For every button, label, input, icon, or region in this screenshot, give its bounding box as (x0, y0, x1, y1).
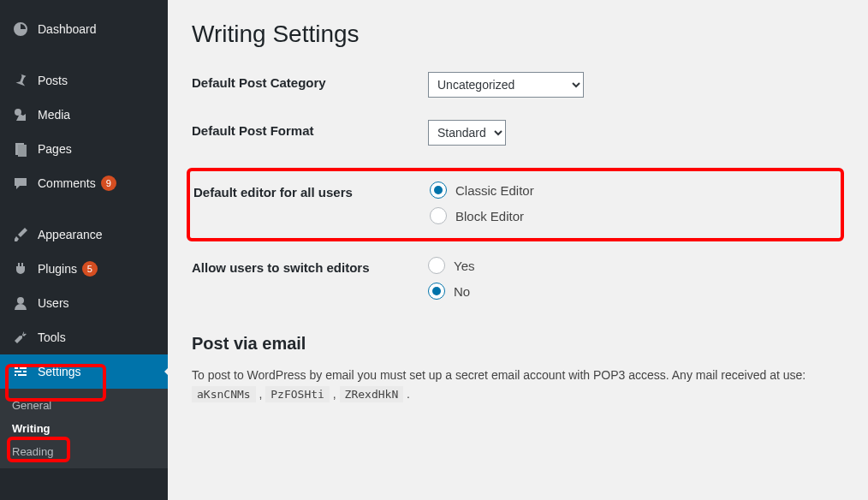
sidebar-label: Pages (38, 142, 72, 156)
radio-icon (428, 257, 445, 274)
row-post-format: Default Post Format Standard (192, 120, 844, 146)
pages-icon (12, 140, 29, 158)
label-post-category: Default Post Category (192, 72, 428, 90)
email-code-3: ZRexdHkN (340, 386, 404, 402)
page-title: Writing Settings (192, 21, 844, 48)
row-allow-switch: Allow users to switch editors Yes No (192, 257, 844, 308)
label-default-editor: Default editor for all users (193, 182, 430, 199)
sidebar-item-pages[interactable]: Pages (0, 132, 168, 166)
post-via-email-description: To post to WordPress by email you must s… (192, 366, 844, 404)
sidebar-item-users[interactable]: Users (0, 286, 168, 320)
sidebar-label: Appearance (38, 228, 103, 241)
sidebar-item-tools[interactable]: Tools (0, 320, 168, 354)
radio-icon (430, 207, 447, 224)
sidebar-item-plugins[interactable]: Plugins 5 (0, 252, 168, 286)
sidebar-label: Users (38, 296, 69, 310)
sidebar-item-dashboard[interactable]: Dashboard (0, 12, 168, 46)
select-post-category[interactable]: Uncategorized (428, 72, 584, 98)
sidebar-label: Comments (38, 176, 96, 190)
email-code-1: aKsnCNMs (192, 386, 256, 402)
main-content: Writing Settings Default Post Category U… (168, 0, 868, 500)
sidebar-item-comments[interactable]: Comments 9 (0, 166, 168, 200)
radio-label: Block Editor (455, 209, 524, 223)
radio-block-editor[interactable]: Block Editor (430, 207, 834, 224)
sliders-icon (12, 363, 29, 380)
user-icon (12, 295, 29, 312)
sidebar-item-posts[interactable]: Posts (0, 63, 168, 98)
dashboard-icon (12, 21, 29, 38)
label-allow-switch: Allow users to switch editors (192, 257, 428, 275)
radio-classic-editor[interactable]: Classic Editor (430, 182, 834, 199)
label-post-format: Default Post Format (192, 120, 428, 138)
plugins-badge: 5 (82, 261, 98, 277)
active-arrow-icon (164, 363, 173, 380)
radio-switch-no[interactable]: No (428, 283, 844, 300)
select-post-format[interactable]: Standard (428, 120, 506, 146)
submenu-item-general[interactable]: General (0, 394, 168, 417)
submenu-item-writing[interactable]: Writing (0, 417, 168, 440)
wrench-icon (12, 329, 29, 346)
radio-icon (428, 283, 445, 300)
row-post-category: Default Post Category Uncategorized (192, 72, 844, 98)
brush-icon (12, 226, 29, 243)
sidebar-item-settings[interactable]: Settings (0, 354, 168, 389)
media-icon (12, 106, 29, 123)
radio-label: No (454, 284, 470, 299)
highlight-default-editor: Default editor for all users Classic Edi… (187, 168, 844, 241)
settings-submenu: General Writing Reading (0, 389, 168, 468)
pin-icon (12, 72, 29, 89)
sidebar-label: Media (38, 108, 70, 122)
comments-badge: 9 (101, 176, 116, 191)
sidebar-label: Dashboard (38, 22, 97, 36)
email-code-2: PzFOSHti (265, 386, 330, 402)
radio-switch-yes[interactable]: Yes (428, 257, 844, 274)
plug-icon (12, 260, 29, 277)
radio-icon (430, 182, 447, 199)
sidebar-label: Settings (38, 365, 81, 378)
svg-point-4 (17, 297, 24, 304)
submenu-item-reading[interactable]: Reading (0, 440, 168, 463)
sidebar-label: Tools (38, 330, 66, 344)
radio-label: Yes (454, 259, 474, 273)
sidebar-item-appearance[interactable]: Appearance (0, 217, 168, 252)
sidebar-item-media[interactable]: Media (0, 98, 168, 132)
section-post-via-email: Post via email (192, 334, 844, 354)
sidebar-label: Posts (38, 74, 68, 87)
comment-icon (12, 175, 29, 192)
svg-rect-3 (18, 145, 27, 157)
admin-sidebar: Dashboard Posts Media Pages Comments 9 A… (0, 0, 168, 500)
sidebar-label: Plugins (38, 262, 77, 276)
radio-label: Classic Editor (455, 183, 534, 198)
